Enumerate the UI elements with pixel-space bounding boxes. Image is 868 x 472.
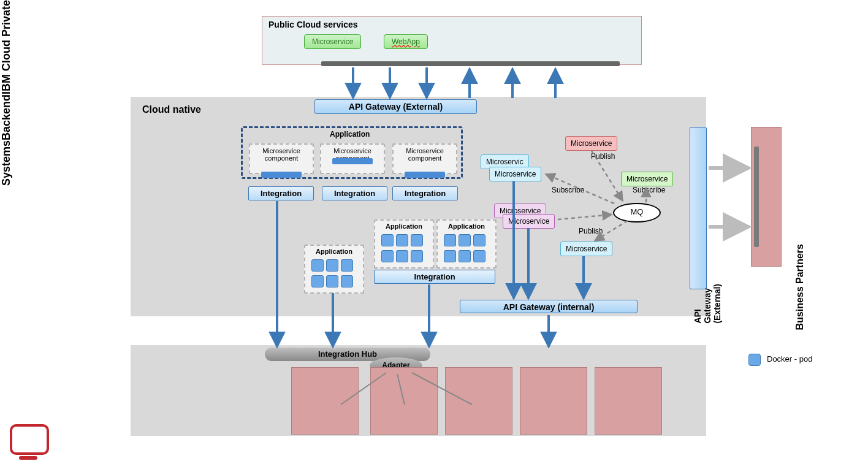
application-small-1: Application — [304, 245, 364, 294]
business-partners-bar — [754, 147, 759, 247]
label-publish-2: Publish — [579, 227, 603, 235]
backend-block-4 — [520, 367, 587, 435]
api-gateway-external-side: API Gateway (External) — [690, 127, 707, 289]
integration-2: Integration — [322, 186, 387, 200]
label-publish-1: Publish — [591, 152, 615, 161]
backend-block-2 — [370, 367, 438, 435]
api-gateway-internal: API Gateway (internal) — [460, 300, 638, 313]
integration-lower: Integration — [374, 270, 495, 284]
monitor-icon — [10, 424, 47, 456]
microservice-component-2: Microservice component — [320, 143, 385, 174]
microservice-cyan-1b: Microservice — [489, 167, 541, 181]
microservice-cyan-2: Microservice — [560, 242, 612, 256]
public-cloud-title: Public Cloud services — [268, 20, 358, 29]
label-backend: Backend — [0, 94, 13, 140]
backend-block-1 — [291, 367, 359, 435]
microservice-component-3: Microservice component — [392, 143, 457, 174]
application-small-3: Application — [436, 219, 497, 268]
mq-node: MQ — [613, 203, 661, 223]
public-microservice: Microservice — [304, 34, 361, 49]
backend-block-3 — [445, 367, 512, 435]
label-subscribe-2: Subscribe — [633, 186, 665, 194]
microservice-red: Microservice — [565, 136, 617, 151]
integration-1: Integration — [248, 186, 314, 200]
microservice-green: Microservice — [621, 172, 673, 186]
public-bottom-bar — [321, 61, 620, 66]
label-subscribe-1: Subscribe — [552, 186, 584, 194]
label-ibm-cloud-private: IBM Cloud Private — [0, 0, 13, 94]
cloud-native-title: Cloud native — [142, 104, 201, 115]
application-small-2: Application — [374, 219, 434, 268]
docker-pod-icon — [748, 354, 761, 366]
public-webapp: WebApp — [384, 34, 428, 49]
integration-3: Integration — [392, 186, 458, 200]
diagram-stage: Public Cloud services Microservice WebAp… — [0, 0, 868, 472]
microservice-component-1: Microservice component — [249, 143, 314, 174]
business-partners-label: Business Partners — [794, 244, 805, 330]
microservice-purple-1b: Microservice — [503, 214, 555, 229]
legend: Docker - pod — [748, 354, 812, 366]
backend-block-5 — [595, 367, 662, 435]
label-systems: Systems — [0, 140, 13, 186]
api-gateway-external-top: API Gateway (External) — [314, 99, 477, 114]
application-group-title: Application — [330, 130, 370, 139]
